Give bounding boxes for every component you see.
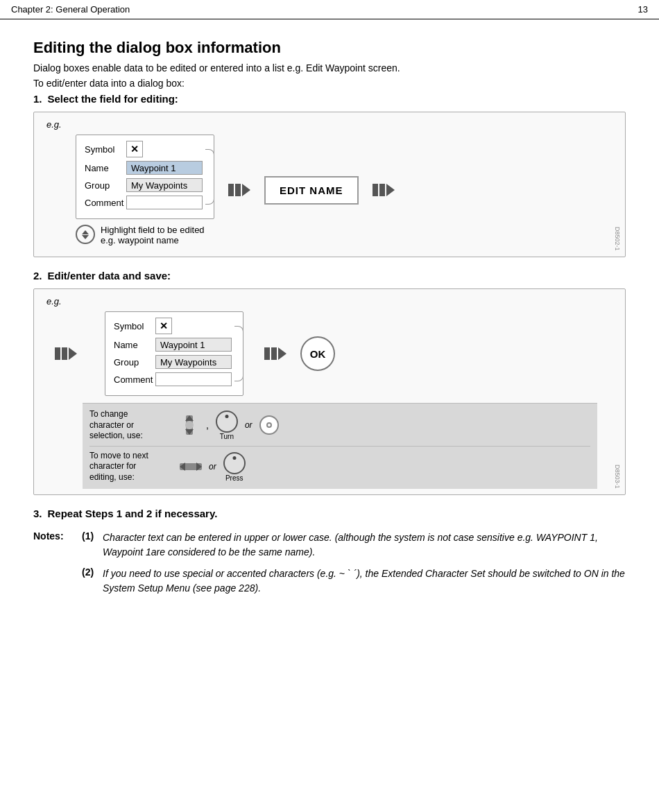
symbol-label2: Symbol	[114, 321, 155, 331]
form-row-name: Name Waypoint 1	[85, 161, 205, 175]
form2-row-name: Name Waypoint 1	[114, 338, 234, 352]
arr-tri4	[278, 347, 286, 360]
name-label: Name	[85, 163, 126, 173]
step-3-label: Repeat Steps 1 and 2 if necessary.	[48, 508, 218, 519]
arr-tri2	[386, 184, 395, 196]
step-3-number: 3.	[33, 508, 42, 519]
step-2-number: 2.	[33, 270, 42, 282]
group-field[interactable]: My Waypoints	[126, 178, 203, 192]
form-row-comment: Comment	[85, 196, 205, 209]
step-2-label: Edit/enter data and save:	[48, 270, 171, 282]
notes-label-spacer	[33, 567, 82, 596]
diagram-2: e.g. Symbol ✕ Name	[33, 288, 626, 495]
highlight-note-2: e.g. waypoint name	[101, 235, 205, 245]
separator	[89, 446, 590, 447]
move-char-line2: character for	[89, 461, 173, 472]
ok-button[interactable]: OK	[300, 336, 335, 371]
diagram2-inner: Symbol ✕ Name Waypoint 1 Group My Waypoi…	[48, 311, 611, 396]
step-1-number: 1.	[33, 93, 42, 105]
diagram-1: e.g. Symbol ✕ Name Waypoint 1	[33, 112, 626, 257]
form2-row-group: Group My Waypoints	[114, 355, 234, 369]
name-field[interactable]: Waypoint 1	[126, 161, 203, 175]
note-1-num: (1)	[82, 530, 103, 560]
highlight-note-1: Highlight field to be edited	[101, 225, 205, 235]
arr-bar	[228, 184, 234, 196]
notes-section: Notes: (1) Character text can be entered…	[33, 530, 626, 596]
intro-text: Dialog boxes enable data to be edited or…	[33, 62, 626, 74]
dpad-ud-icon	[180, 415, 199, 435]
dpad-tri-down	[185, 429, 194, 435]
notes-row-header: Notes: (1) Character text can be entered…	[33, 530, 626, 560]
comment-label2: Comment	[114, 374, 155, 385]
note-1-text: Character text can be entered in upper o…	[103, 530, 626, 560]
move-char-text: To move to next character for editing, u…	[89, 451, 173, 483]
name-label2: Name	[114, 340, 155, 350]
diagram2-id: D8503-1	[614, 465, 621, 489]
step-1-label: Select the field for editing:	[48, 93, 178, 105]
chapter-label: Chapter 2: General Operation	[11, 4, 130, 15]
highlight-note-text: Highlight field to be edited e.g. waypoi…	[101, 225, 205, 245]
group-label: Group	[85, 180, 126, 191]
turn-label: Turn	[220, 433, 234, 440]
arr-bar7	[264, 347, 270, 360]
notes-label: Notes:	[33, 530, 82, 560]
dpad-tri-up	[185, 415, 194, 421]
dpad-tri-right	[196, 463, 202, 471]
arrow-2	[373, 184, 395, 196]
arr-bar4	[379, 184, 385, 196]
page-header: Chapter 2: General Operation 13	[0, 0, 659, 19]
ok-label: OK	[310, 348, 326, 360]
arr-bar3	[373, 184, 378, 196]
diagram1-inner: Symbol ✕ Name Waypoint 1 Group My Waypoi…	[48, 135, 611, 245]
diagram2-eg: e.g.	[46, 296, 62, 306]
note-2-num: (2)	[82, 567, 103, 596]
comment-label: Comment	[85, 198, 126, 208]
name-field2[interactable]: Waypoint 1	[155, 338, 232, 352]
comment-field[interactable]	[126, 196, 203, 209]
dpad-lr-icon	[180, 460, 202, 474]
diagram2-form: Symbol ✕ Name Waypoint 1 Group My Waypoi…	[105, 311, 243, 396]
arrow-3	[55, 347, 77, 360]
notes-row-2: (2) If you need to use special or accent…	[33, 567, 626, 596]
bottom-panel: To change character or selection, use: ,	[83, 403, 597, 489]
page-content: Editing the dialog box information Dialo…	[0, 19, 659, 622]
bottom-row-1: To change character or selection, use: ,	[89, 409, 590, 442]
arr-bar6	[62, 347, 67, 360]
symbol-label: Symbol	[85, 144, 126, 155]
dpad-tri-left	[180, 463, 185, 471]
press-knob-icon	[223, 452, 246, 474]
page-number: 13	[638, 4, 648, 15]
diagram1-id: D8502-1	[614, 227, 621, 251]
edit-name-box[interactable]: EDIT NAME	[264, 176, 359, 205]
symbol-icon2: ✕	[155, 318, 172, 334]
group-field2[interactable]: My Waypoints	[155, 355, 232, 369]
bottom-row-2: To move to next character for editing, u…	[89, 451, 590, 483]
change-char-line3: selection, use:	[89, 431, 173, 442]
note-2-text: If you need to use special or accented c…	[103, 567, 626, 596]
form2-row-symbol: Symbol ✕	[114, 318, 234, 334]
press-label: Press	[225, 474, 243, 482]
form2-row-comment: Comment	[114, 372, 234, 386]
diagram1-form: Symbol ✕ Name Waypoint 1 Group My Waypoi…	[76, 135, 214, 219]
dpad-center	[185, 421, 194, 429]
tri-up	[82, 230, 89, 234]
arr-tri3	[69, 347, 77, 360]
small-circle-icon	[259, 415, 279, 435]
nav-icon	[76, 225, 95, 244]
change-char-line2: character or	[89, 420, 173, 431]
arr-bar8	[271, 347, 277, 360]
press-knob-wrap: Press	[223, 452, 246, 482]
step-3-heading: 3. Repeat Steps 1 and 2 if necessary.	[33, 508, 626, 519]
page-title: Editing the dialog box information	[33, 39, 626, 57]
arrow-4	[264, 347, 286, 360]
highlight-note: Highlight field to be edited e.g. waypoi…	[76, 225, 214, 245]
group-label2: Group	[114, 357, 155, 368]
step-1-heading: 1. Select the field for editing:	[33, 93, 626, 105]
comment-field2[interactable]	[155, 372, 232, 386]
form-row-symbol: Symbol ✕	[85, 141, 205, 157]
arr-tri	[242, 184, 250, 196]
diagram1-eg: e.g.	[46, 119, 62, 130]
change-char-text: To change character or selection, use:	[89, 409, 173, 442]
turn-knob-icon	[216, 411, 238, 433]
step-2-heading: 2. Edit/enter data and save:	[33, 270, 626, 282]
